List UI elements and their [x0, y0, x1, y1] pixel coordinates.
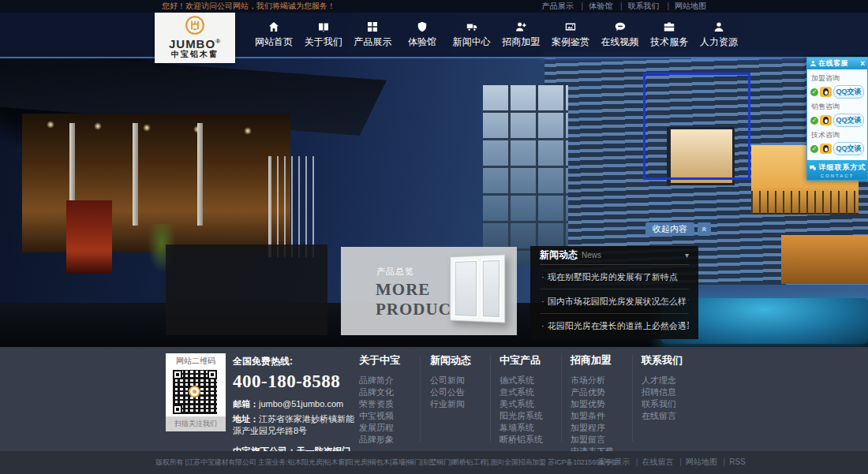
qr-card: 网站二维码 扫描关注我们 — [166, 353, 226, 431]
footer-link[interactable]: 加盟优势 — [571, 398, 614, 409]
qq-chat-button[interactable]: QQ交谈 — [833, 85, 864, 99]
footer-link[interactable]: 联系我们 — [642, 398, 683, 409]
footer-col-title: 关于中宝 — [359, 353, 400, 368]
footer-link[interactable]: 幕墙系统 — [499, 422, 543, 433]
close-icon[interactable]: × — [860, 60, 865, 68]
qq-chat-button[interactable]: QQ交谈 — [833, 114, 864, 127]
nav-item-tech-service[interactable]: 技术服务 — [648, 13, 690, 57]
footer-link[interactable]: 加盟程序 — [571, 422, 614, 433]
collapse-control: 收起内容 « — [645, 222, 711, 236]
footer-link[interactable]: 阳光房系统 — [499, 410, 543, 421]
qq-chat-button[interactable]: QQ交谈 — [833, 142, 864, 155]
more-products-panel[interactable]: 产品总览 MORE PRODUCTS — [341, 247, 517, 335]
user-plus-icon — [515, 21, 526, 32]
footer-divider — [420, 355, 421, 442]
contact-details-subtext: CONTACT — [807, 174, 867, 178]
topbar-link-contact[interactable]: 联系我们 — [615, 2, 660, 10]
footer-link[interactable]: 行业新闻 — [430, 398, 471, 409]
footer-link[interactable]: 加盟条件 — [571, 410, 614, 421]
footer-link[interactable]: 公司新闻 — [430, 375, 471, 386]
nav-item-home[interactable]: 网站首页 — [253, 13, 295, 57]
footer-link[interactable]: 人才理念 — [642, 375, 683, 386]
online-status-icon: ✓ — [810, 145, 818, 153]
hero-pillar — [197, 123, 203, 226]
nav-label: 案例鉴赏 — [552, 35, 589, 49]
nav-item-hr[interactable]: 人力资源 — [698, 13, 740, 57]
nav-item-franchise[interactable]: 招商加盟 — [499, 13, 542, 57]
footer-link[interactable]: 品牌简介 — [359, 375, 400, 386]
footer-link[interactable]: 美式系统 — [499, 398, 543, 409]
footer-link[interactable]: 市场分析 — [571, 375, 614, 386]
footer-link[interactable]: 公司公告 — [430, 386, 471, 397]
footer-link[interactable]: 中宝视频 — [359, 410, 400, 421]
bottom-link-cases[interactable]: 案例展示 — [598, 457, 630, 466]
hero-glass-atrium — [483, 85, 568, 265]
nav-item-products[interactable]: 产品展示 — [351, 13, 394, 57]
qq-group-franchise: 加盟咨询 ✓ QQ交谈 — [810, 73, 864, 99]
user-icon — [713, 21, 724, 32]
footer-link[interactable]: 发展历程 — [359, 422, 400, 433]
online-service-panel: 在线客服 × 加盟咨询 ✓ QQ交谈 销售咨询 ✓ QQ交谈 — [806, 57, 868, 181]
nav-label: 关于我们 — [305, 35, 342, 49]
nav-label: 产品展示 — [354, 35, 391, 49]
truck-icon — [466, 21, 477, 32]
footer-col-contact: 联系我们 人才理念 招聘信息 联系我们 在线留言 — [642, 353, 683, 422]
footer-link[interactable]: 德式系统 — [499, 375, 543, 386]
footer-link[interactable]: 产品优势 — [571, 386, 614, 397]
footer-link[interactable]: 加盟留言 — [571, 434, 614, 445]
collapse-content-button[interactable]: 收起内容 — [645, 222, 694, 236]
footer: 网站二维码 扫描关注我们 全国免费热线: 400-180-8588 邮箱：jum… — [0, 347, 868, 451]
qr-code-image — [173, 370, 217, 414]
news-header: 新闻动态 News ▾ — [540, 246, 689, 265]
hero-lower-room — [781, 235, 868, 284]
hotline-number: 400-180-8588 — [233, 371, 361, 392]
qq-group-label: 加盟咨询 — [811, 73, 864, 84]
bottom-link-message[interactable]: 在线留言 — [632, 457, 674, 466]
bottom-link-sitemap[interactable]: 网站地图 — [675, 457, 717, 466]
hero-balcony-rail — [751, 191, 859, 215]
news-item[interactable]: 现在别墅阳光房的发展有了新特点 — [540, 265, 689, 289]
photo-icon — [565, 21, 576, 32]
footer-link[interactable]: 在线留言 — [642, 410, 683, 421]
topbar-link-sitemap[interactable]: 网站地图 — [661, 2, 706, 10]
news-title: 新闻动态 — [540, 248, 578, 262]
book-icon — [318, 21, 329, 32]
footer-link[interactable]: 意式系统 — [499, 386, 543, 397]
topbar-link-showroom[interactable]: 体验馆 — [576, 2, 613, 10]
nav-label: 招商加盟 — [502, 35, 540, 49]
topbar-link-products[interactable]: 产品展示 — [542, 2, 574, 10]
nav-item-about[interactable]: 关于我们 — [302, 13, 345, 57]
qr-caption: 扫描关注我们 — [166, 416, 226, 431]
qr-title: 网站二维码 — [166, 353, 226, 368]
news-item[interactable]: 国内市场花园阳光房发展状况怎么样？ — [540, 289, 689, 314]
footer-link[interactable]: 招聘信息 — [642, 386, 683, 397]
site-logo[interactable]: JUMBO® 中宝铝木窗 — [155, 13, 235, 63]
online-status-icon: ✓ — [810, 117, 818, 125]
bottom-link-rss[interactable]: RSS — [720, 457, 746, 466]
nav-item-news[interactable]: 新闻中心 — [451, 13, 493, 57]
news-item[interactable]: 花园阳光房在漫长的道路上必然会遇到各种挑战 — [540, 314, 689, 338]
nav-item-videos[interactable]: 在线视频 — [599, 13, 642, 57]
online-service-title: 在线客服 — [818, 58, 859, 69]
nav-label: 新闻中心 — [453, 35, 491, 49]
footer-link[interactable]: 断桥铝系统 — [499, 434, 543, 445]
nav-item-showroom[interactable]: 体验馆 — [401, 13, 443, 57]
hero-pillar — [133, 123, 138, 226]
topbar-links: 产品展示 体验馆 联系我们 网站地图 — [542, 0, 706, 13]
footer-link[interactable]: 品牌文化 — [359, 386, 400, 397]
collapse-chevron-icon[interactable]: « — [698, 222, 711, 236]
footer-col-title: 招商加盟 — [571, 353, 614, 368]
footer-contact: 全国免费热线: 400-180-8588 邮箱：jumbo@51jumbo.co… — [233, 355, 361, 457]
product-banner[interactable] — [166, 244, 327, 335]
footer-col-news: 新闻动态 公司新闻 公司公告 行业新闻 — [430, 353, 471, 410]
chevron-down-icon[interactable]: ▾ — [685, 251, 689, 259]
chat-video-icon — [615, 21, 626, 32]
copyright-text: 版权所有 |江苏中宝建材有限公司 主营业务:铝木阳光房|铝木窗|阳光房|铜包木|… — [155, 457, 616, 468]
contact-details-button[interactable]: 详细联系方式 CONTACT — [807, 160, 867, 180]
footer-link[interactable]: 品牌形象 — [359, 434, 400, 445]
footer-link[interactable]: 荣誉资质 — [359, 398, 400, 409]
hero-spiral-stair — [268, 156, 314, 257]
news-panel: 新闻动态 News ▾ 现在别墅阳光房的发展有了新特点 国内市场花园阳光房发展状… — [530, 246, 698, 339]
nav-item-cases[interactable]: 案例鉴赏 — [549, 13, 592, 57]
window-product-image — [450, 254, 505, 323]
